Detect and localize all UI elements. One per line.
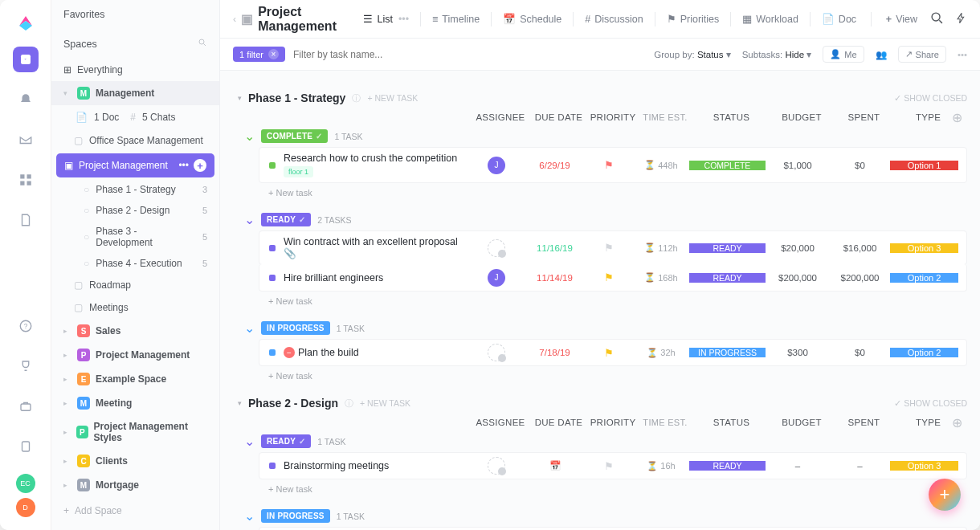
task-tag[interactable]: floor 1 [284, 166, 313, 177]
space-row[interactable]: ▸ E Example Space [51, 367, 219, 391]
nav-inbox-icon[interactable] [13, 127, 39, 153]
task-row[interactable]: Research how to crush the competition fl… [259, 147, 967, 183]
me-button[interactable]: 👤Me [823, 46, 864, 63]
budget-cell[interactable]: $20,000 [766, 243, 830, 253]
nav-home-icon[interactable] [13, 47, 39, 72]
task-row[interactable]: Hire brilliant engineers J 11/14/19 ⚑ ⏳ … [259, 264, 967, 292]
due-date[interactable]: 11/16/19 [537, 243, 573, 253]
type-cell[interactable]: Option 2 [890, 348, 958, 357]
sidebar-phase[interactable]: ○ Phase 2 - Design 5 [51, 200, 219, 221]
priority-flag-icon[interactable]: ⚑ [604, 271, 614, 283]
spent-cell[interactable]: $16,000 [830, 243, 890, 253]
assignee-empty[interactable] [488, 239, 505, 257]
spent-cell[interactable]: $0 [830, 348, 890, 357]
group-by-control[interactable]: Group by: Status ▾ [654, 49, 731, 60]
new-task-link[interactable]: + NEW TASK [360, 398, 410, 408]
add-space-button[interactable]: + Add Space [51, 497, 219, 524]
view-tab-priorities[interactable]: ⚑ Priorities [659, 8, 728, 30]
show-closed-button[interactable]: ✓ SHOW CLOSED [894, 93, 967, 103]
task-row[interactable]: Brainstorming meetings 📅 ⚑ ⏳ 16h READY –… [259, 452, 967, 479]
assignees-icon[interactable]: 👥 [876, 49, 887, 60]
nav-briefcase-icon[interactable] [13, 393, 39, 419]
search-icon[interactable] [930, 11, 944, 27]
space-row[interactable]: ▸ C Clients [51, 449, 219, 473]
nav-trophy-icon[interactable] [13, 353, 39, 379]
add-column-icon[interactable]: ⊕ [952, 415, 962, 430]
space-row[interactable]: ▸ M Meeting [51, 391, 219, 415]
new-task-link[interactable]: + NEW TASK [367, 93, 418, 103]
task-row[interactable]: −Plan the build 7/18/19 ⚑ ⏳ 32h IN PROGR… [259, 339, 967, 366]
spent-cell[interactable]: $200,000 [830, 273, 890, 283]
plus-icon[interactable]: + [194, 159, 206, 172]
space-row[interactable]: ▸ S Sales [51, 319, 219, 343]
sidebar-phase[interactable]: ○ Phase 3 - Development 5 [51, 221, 219, 253]
assignee-empty[interactable] [488, 457, 505, 475]
type-cell[interactable]: Option 1 [890, 161, 958, 170]
collapse-group-icon[interactable]: ⌄ [244, 212, 255, 227]
view-tab-schedule[interactable]: 📅 Schedule [495, 8, 570, 30]
info-icon[interactable]: ⓘ [345, 398, 353, 410]
assignee-avatar[interactable]: J [488, 157, 505, 174]
spent-cell[interactable]: – [830, 461, 890, 471]
favorites-section[interactable]: Favorites [51, 0, 219, 29]
new-task-link[interactable]: + New task [233, 292, 967, 311]
status-badge[interactable]: COMPLETE ✓ [261, 129, 328, 143]
sidebar-phase[interactable]: ○ Phase 1 - Strategy 3 [51, 179, 219, 200]
add-column-icon[interactable]: ⊕ [952, 110, 962, 125]
priority-flag-icon[interactable]: ⚑ [604, 242, 614, 254]
more-icon[interactable]: ••• [958, 50, 967, 59]
docs-chats-row[interactable]: 📄 1 Doc # 5 Chats [51, 105, 219, 129]
assignee-empty[interactable] [488, 344, 505, 361]
more-icon[interactable]: ••• [178, 160, 189, 171]
app-logo[interactable] [16, 13, 35, 32]
search-icon[interactable] [198, 38, 207, 50]
budget-cell[interactable]: $200,000 [766, 273, 830, 283]
calendar-icon[interactable]: 📅 [549, 460, 561, 471]
share-button[interactable]: ↗Share [898, 46, 946, 63]
filter-input[interactable] [293, 49, 422, 60]
spent-cell[interactable]: $0 [830, 161, 890, 170]
filter-pill[interactable]: 1 filter × [233, 47, 285, 62]
everything-row[interactable]: ⊞ Everything [51, 59, 219, 81]
time-estimate[interactable]: ⏳ 448h [633, 160, 689, 170]
due-date[interactable]: 11/14/19 [537, 273, 573, 283]
folder-roadmap[interactable]: ▢ Roadmap [51, 274, 219, 296]
view-tab-discussion[interactable]: # Discussion [577, 9, 651, 30]
priority-flag-icon[interactable]: ⚑ [604, 460, 614, 472]
view-tab-timeline[interactable]: ≡ Timeline [424, 9, 488, 30]
due-date[interactable]: 7/18/19 [539, 348, 570, 357]
status-badge[interactable]: READY ✓ [261, 213, 311, 226]
task-row[interactable]: −Write a knowledge base J 8/18/19 ⚑ ⏳ 40… [259, 527, 967, 530]
time-estimate[interactable]: ⏳ 32h [633, 348, 689, 358]
folder-project-management[interactable]: ▣ Project Management ••• + [56, 153, 214, 177]
nav-grid-icon[interactable] [13, 167, 39, 193]
time-estimate[interactable]: ⏳ 112h [633, 243, 689, 253]
assignee-avatar[interactable]: J [488, 269, 505, 287]
view-tab-list[interactable]: ☰ List ••• [355, 8, 417, 30]
view-tab-doc[interactable]: 📄 Doc [814, 8, 864, 30]
avatar[interactable]: D [16, 498, 35, 517]
status-badge[interactable]: READY ✓ [261, 434, 311, 448]
view-tab-workload[interactable]: ▦ Workload [734, 8, 806, 30]
folder-meetings[interactable]: ▢ Meetings [51, 296, 219, 319]
spaces-section[interactable]: Spaces [51, 29, 219, 59]
collapse-phase-icon[interactable]: ▾ [238, 399, 242, 407]
user-avatar-stack[interactable]: EC D [16, 474, 35, 517]
add-view-button[interactable]: +View [878, 9, 925, 30]
time-estimate[interactable]: ⏳ 168h [633, 272, 689, 283]
nav-help-icon[interactable]: ? [13, 313, 39, 339]
nav-doc-icon[interactable] [13, 207, 39, 233]
budget-cell[interactable]: – [766, 461, 830, 471]
status-cell[interactable]: READY [689, 243, 766, 253]
sidebar-phase[interactable]: ○ Phase 4 - Execution 5 [51, 253, 219, 274]
status-cell[interactable]: READY [689, 273, 766, 283]
avatar[interactable]: EC [16, 474, 35, 493]
new-task-link[interactable]: + New task [233, 479, 967, 499]
task-row[interactable]: Win contract with an excellent proposal … [259, 230, 967, 265]
nav-bell-icon[interactable] [13, 87, 39, 112]
type-cell[interactable]: Option 2 [890, 273, 958, 283]
subtasks-control[interactable]: Subtasks: Hide ▾ [742, 49, 812, 60]
more-icon[interactable]: ••• [398, 14, 409, 25]
folder-office-space[interactable]: ▢ Office Space Management [51, 129, 219, 152]
fab-new-task[interactable]: + [929, 479, 961, 511]
